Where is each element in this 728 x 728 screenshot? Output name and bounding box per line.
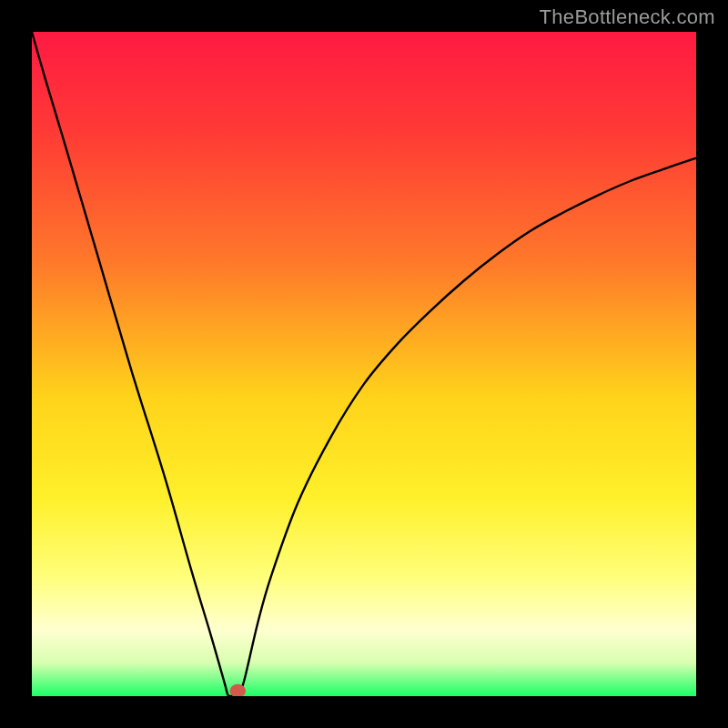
chart-frame: TheBottleneck.com: [0, 0, 728, 728]
gradient-background: [32, 32, 696, 696]
plot-area: [32, 32, 696, 696]
watermark-text: TheBottleneck.com: [540, 5, 715, 29]
chart-svg: [32, 32, 696, 696]
